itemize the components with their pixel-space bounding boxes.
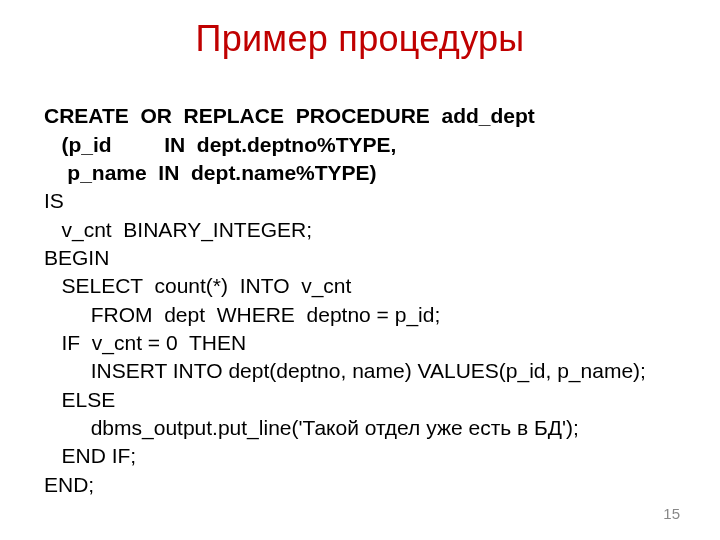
code-line-11: ELSE (44, 388, 115, 411)
code-line-7: SELECT count(*) INTO v_cnt (44, 274, 351, 297)
code-line-4: IS (44, 189, 64, 212)
procedure-code: CREATE OR REPLACE PROCEDURE add_dept (p_… (44, 74, 676, 499)
code-line-13: END IF; (44, 444, 136, 467)
code-line-9: IF v_cnt = 0 THEN (44, 331, 246, 354)
slide-title: Пример процедуры (44, 18, 676, 60)
code-line-3: p_name IN dept.name%TYPE) (44, 161, 377, 184)
code-line-2: (p_id IN dept.deptno%TYPE, (44, 133, 396, 156)
code-line-14: END; (44, 473, 94, 496)
code-line-10: INSERT INTO dept(deptno, name) VALUES(p_… (44, 359, 646, 382)
code-line-8: FROM dept WHERE deptno = p_id; (44, 303, 440, 326)
page-number: 15 (663, 505, 680, 522)
code-line-12: dbms_output.put_line('Такой отдел уже ес… (44, 416, 579, 439)
code-line-1: CREATE OR REPLACE PROCEDURE add_dept (44, 104, 535, 127)
code-line-5: v_cnt BINARY_INTEGER; (44, 218, 312, 241)
code-line-6: BEGIN (44, 246, 109, 269)
